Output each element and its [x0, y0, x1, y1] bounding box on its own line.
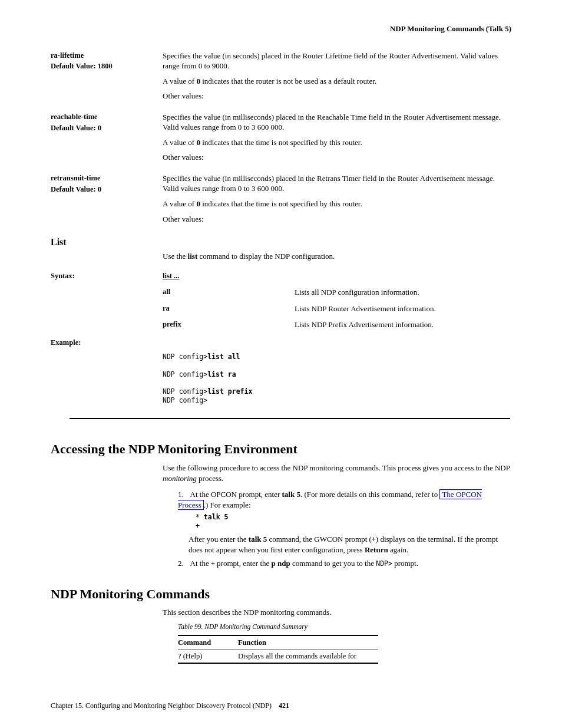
- ex-blank: [163, 378, 167, 387]
- para2-suf: indicates that the router is not be used…: [200, 77, 376, 85]
- ex-cmd: list prefix: [207, 387, 252, 396]
- ex-prompt: NDP config>: [163, 370, 207, 378]
- mi-italic: monitoring: [163, 474, 197, 483]
- cmd-table: Command Function ? (Help) Displays all t…: [178, 635, 378, 664]
- definition-body: Specifies the value (in milliseconds) pl…: [163, 112, 511, 163]
- para1: Specifies the value (in milliseconds) pl…: [163, 112, 511, 133]
- para2-suf: indicates that the time is not specified…: [200, 138, 362, 147]
- list-option-prefix: prefix Lists NDP Prefix Advertisement in…: [163, 319, 511, 330]
- monitor-intro: Use the following procedure to access th…: [163, 463, 511, 483]
- para2-pre: A value of: [163, 138, 196, 147]
- step2-pre: At the: [189, 559, 211, 568]
- step2-plus: +: [211, 559, 215, 568]
- cmd-table-wrap: Table 99. NDP Monitoring Command Summary…: [178, 622, 511, 664]
- opt-desc: Lists NDP Prefix Advertisement informati…: [295, 319, 434, 330]
- ex-prompt: NDP config>: [163, 353, 207, 361]
- step2-prompt: NDP>: [376, 559, 392, 568]
- step1-ex1-cmd: talk 5: [204, 513, 229, 521]
- list-intro-bold: list: [188, 252, 198, 261]
- term: retransmit-time Default Value: 0: [51, 173, 154, 195]
- para3: Other values:: [163, 152, 511, 163]
- table-head-row: Command Function: [178, 635, 378, 650]
- step1-num: 1.: [178, 489, 189, 500]
- list-intro-pre: Use the: [163, 252, 188, 261]
- step1-ex2: +: [196, 522, 200, 530]
- para3: Other values:: [163, 214, 511, 225]
- step1-post: After you enter the talk 5 command, the …: [189, 534, 511, 555]
- step2-end: prompt.: [392, 559, 418, 568]
- para2: A value of 0 indicates that the time is …: [163, 137, 511, 148]
- step2-b1: p ndp: [272, 559, 290, 568]
- ex-cmd: list all: [207, 353, 240, 361]
- step1-bold: talk 5: [282, 490, 300, 499]
- step2-mid2: command to get you to the: [290, 559, 376, 568]
- step1-example: * talk 5 +: [196, 513, 511, 531]
- th-function: Function: [238, 635, 378, 650]
- page-footer: Chapter 15. Configuring and Monitoring N…: [51, 701, 289, 710]
- step1-ex1-star: *: [196, 513, 204, 521]
- step1-after: .) For example:: [204, 500, 251, 509]
- syntax-label: Syntax:: [51, 271, 163, 281]
- step1-pre: At the OPCON prompt, enter: [189, 490, 282, 499]
- para2: A value of 0 indicates that the time is …: [163, 199, 511, 209]
- list-option-all: all Lists all NDP configuration informat…: [163, 287, 511, 298]
- term-label: retransmit-time: [51, 174, 100, 182]
- section-divider: [70, 418, 510, 419]
- opt-label: all: [163, 287, 295, 298]
- sp-plus: +: [372, 535, 376, 543]
- term: reachable-time Default Value: 0: [51, 112, 154, 133]
- list-intro-suf: command to display the NDP configuration…: [197, 252, 335, 261]
- para2: A value of 0 indicates that the router i…: [163, 76, 511, 87]
- header-title: NDP Monitoring Commands (Talk 5): [390, 24, 511, 33]
- th-command: Command: [178, 635, 238, 650]
- list-intro: Use the list command to display the NDP …: [163, 251, 511, 262]
- page-header: NDP Monitoring Commands (Talk 5): [51, 24, 511, 34]
- sp-fin: again.: [388, 545, 409, 554]
- definition-reachable-time: reachable-time Default Value: 0 Specifie…: [51, 112, 511, 163]
- definition-body: Specifies the value (in milliseconds) pl…: [163, 173, 511, 224]
- list-options: all Lists all NDP configuration informat…: [163, 287, 511, 330]
- cmd-intro: This section describes the NDP monitorin…: [163, 607, 511, 618]
- example-label: Example:: [51, 338, 163, 348]
- td-fn: Displays all the commands available for: [238, 650, 378, 663]
- table-row: ? (Help) Displays all the commands avail…: [178, 650, 378, 663]
- sp-mid: command, the GWCON prompt (: [267, 535, 372, 543]
- mi-pre: Use the following procedure to access th…: [163, 463, 510, 472]
- td-cmd: ? (Help): [178, 650, 238, 663]
- list-option-ra: ra Lists NDP Router Advertisement inform…: [163, 304, 511, 314]
- cmd-heading: NDP Monitoring Commands: [51, 585, 511, 603]
- term-label: ra-lifetime: [51, 51, 84, 60]
- sp-bold: talk 5: [249, 535, 267, 543]
- para3: Other values:: [163, 91, 511, 101]
- step2-num: 2.: [178, 558, 189, 569]
- para2-pre: A value of: [163, 77, 196, 85]
- mi-suf: process.: [197, 474, 224, 483]
- list-heading: List: [51, 236, 511, 249]
- footer-page: 421: [279, 701, 289, 710]
- definition-retransmit-time: retransmit-time Default Value: 0 Specifi…: [51, 173, 511, 224]
- sp-pre: After you enter the: [189, 535, 249, 543]
- ex-blank: [163, 361, 167, 370]
- para1: Specifies the value (in milliseconds) pl…: [163, 173, 511, 194]
- example-block: NDP config>list all NDP config>list ra N…: [163, 353, 511, 406]
- term-default: Default Value: 1800: [51, 61, 154, 71]
- step-1: 1. At the OPCON prompt, enter talk 5. (F…: [178, 489, 511, 555]
- para2-pre: A value of: [163, 199, 196, 208]
- step1-suf: . (For more details on this command, ref…: [300, 490, 439, 499]
- example-label-row: Example:: [51, 337, 511, 348]
- term-label: reachable-time: [51, 113, 98, 121]
- ex-plain: NDP config>: [163, 396, 207, 404]
- ex-prompt: NDP config>: [163, 387, 207, 396]
- step2-mid1: prompt, enter the: [215, 559, 272, 568]
- term: ra-lifetime Default Value: 1800: [51, 51, 154, 72]
- monitor-heading: Accessing the NDP Monitoring Environment: [51, 440, 511, 458]
- ex-cmd: list ra: [207, 370, 236, 378]
- cmd-table-title: Table 99. NDP Monitoring Command Summary: [178, 622, 511, 632]
- definition-body: Specifies the value (in seconds) placed …: [163, 51, 511, 101]
- opt-label: prefix: [163, 319, 295, 330]
- opt-desc: Lists NDP Router Advertisement informati…: [295, 304, 436, 314]
- syntax-row: Syntax:list ...: [51, 271, 511, 281]
- opt-desc: Lists all NDP configuration information.: [295, 287, 419, 298]
- term-default: Default Value: 0: [51, 185, 154, 195]
- definition-ra-lifetime: ra-lifetime Default Value: 1800 Specifie…: [51, 51, 511, 101]
